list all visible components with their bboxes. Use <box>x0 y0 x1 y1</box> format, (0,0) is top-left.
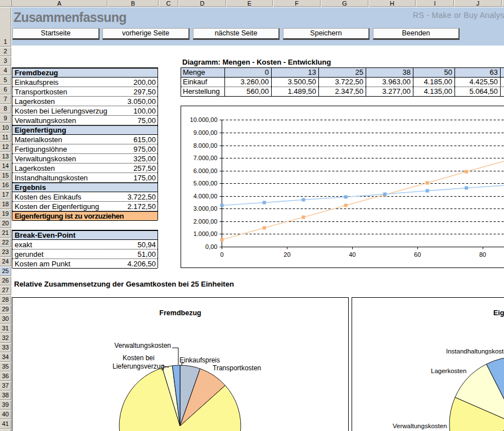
svg-text:0: 0 <box>220 251 223 258</box>
svg-text:8.000,00: 8.000,00 <box>194 142 218 149</box>
svg-text:2.000,00: 2.000,00 <box>194 218 218 225</box>
svg-text:7.000,00: 7.000,00 <box>194 155 218 161</box>
svg-text:40: 40 <box>349 251 356 258</box>
svg-text:80: 80 <box>479 251 486 258</box>
svg-text:4.000,00: 4.000,00 <box>194 193 218 199</box>
svg-text:0,00: 0,00 <box>205 243 217 250</box>
svg-text:60: 60 <box>414 251 421 258</box>
svg-text:20: 20 <box>284 251 290 258</box>
svg-text:10.000,00: 10.000,00 <box>190 116 218 123</box>
svg-text:5.000,00: 5.000,00 <box>194 180 218 187</box>
svg-text:9.000,00: 9.000,00 <box>194 129 218 136</box>
svg-text:6.000,00: 6.000,00 <box>194 167 218 174</box>
svg-text:3.000,00: 3.000,00 <box>194 205 218 212</box>
svg-text:1.000,00: 1.000,00 <box>194 230 218 237</box>
